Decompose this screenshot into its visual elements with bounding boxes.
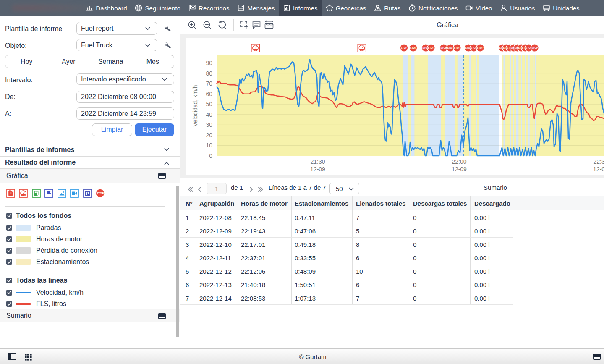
svg-text:22:00: 22:00: [452, 158, 466, 165]
svg-text:STOP: STOP: [477, 47, 483, 49]
svg-text:21:30: 21:30: [310, 158, 325, 165]
svg-text:STOP: STOP: [531, 47, 538, 49]
svg-text:STOP: STOP: [447, 47, 453, 49]
svg-text:40: 40: [206, 111, 212, 118]
svg-text:22:30: 22:30: [593, 158, 604, 165]
svg-text:STOP: STOP: [428, 47, 434, 49]
svg-text:12-09: 12-09: [452, 166, 467, 173]
svg-text:60: 60: [206, 91, 212, 97]
svg-text:50: 50: [206, 101, 212, 107]
svg-text:P: P: [86, 191, 89, 196]
svg-text:STOP: STOP: [97, 192, 104, 195]
svg-text:0: 0: [209, 152, 212, 159]
svg-text:12-09: 12-09: [593, 166, 604, 173]
svg-text:12-09: 12-09: [310, 166, 325, 173]
svg-text:Velocidad, km/h: Velocidad, km/h: [192, 85, 199, 127]
svg-text:90: 90: [206, 60, 212, 66]
svg-text:70: 70: [206, 80, 212, 87]
svg-text:80: 80: [206, 70, 212, 77]
svg-text:STOP: STOP: [410, 47, 416, 49]
svg-text:20: 20: [206, 132, 212, 139]
svg-text:30: 30: [206, 121, 212, 128]
svg-text:STOP: STOP: [454, 47, 460, 49]
svg-text:STOP: STOP: [401, 47, 407, 49]
svg-text:STOP: STOP: [440, 47, 447, 49]
svg-text:10: 10: [206, 142, 212, 149]
